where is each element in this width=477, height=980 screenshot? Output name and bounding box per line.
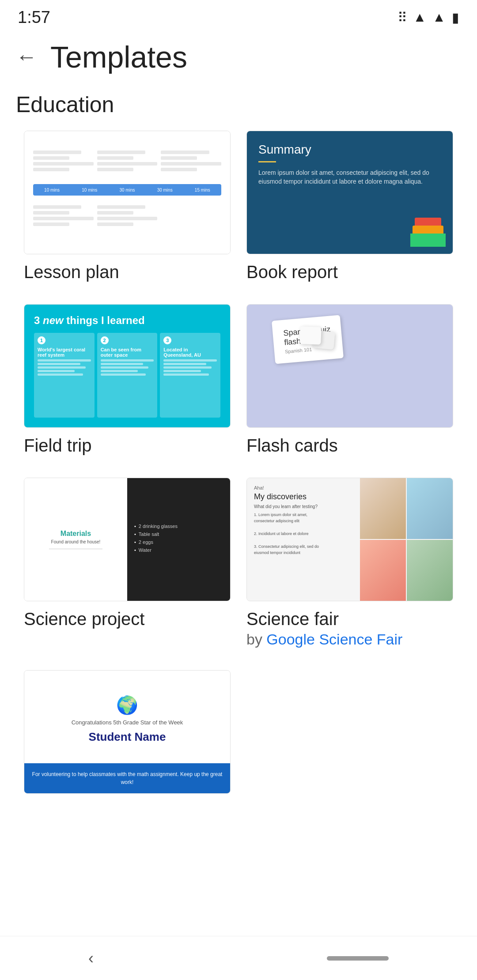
template-grid: 10 mins 10 mins 30 mins 30 mins 15 mins [0,131,477,824]
template-item-lesson-plan[interactable]: 10 mins 10 mins 30 mins 30 mins 15 mins [16,131,238,304]
nav-back-button[interactable]: ‹ [88,949,94,968]
back-button[interactable]: ← [16,46,37,68]
lesson-plan-label: Lesson plan [24,262,231,282]
wifi-icon: ▲ [413,10,427,25]
book-report-label: Book report [246,262,453,282]
flash-cards-label: Flash cards [246,436,453,456]
status-time: 1:57 [18,8,50,27]
page-title: Templates [50,40,187,74]
battery-icon: ▮ [452,10,459,25]
student-award-thumb: 🌍 Congratulations 5th Grade Star of the … [24,670,231,794]
lesson-plan-thumb: 10 mins 10 mins 30 mins 30 mins 15 mins [24,131,231,254]
science-fair-sublabel: by Google Science Fair [246,631,453,648]
book-report-thumb: Summary Lorem ipsum dolor sit amet, cons… [246,131,453,254]
top-bar: ← Templates [0,31,477,83]
flash-cards-thumb: Spanish Quizflash cards Spanish 101 [246,304,453,428]
bottom-nav: ‹ [0,936,477,980]
signal-icon: ▲ [432,10,446,25]
template-item-science-fair[interactable]: Aha! My discoveries What did you learn a… [238,478,461,670]
vibrate-icon: ⠿ [398,10,407,25]
field-trip-label: Field trip [24,436,231,456]
template-item-field-trip[interactable]: 3 new things I learned 1 World's largest… [16,304,238,478]
template-item-science-project[interactable]: Materials Found around the house! 2 drin… [16,478,238,670]
science-project-label: Science project [24,609,231,629]
status-icons: ⠿ ▲ ▲ ▮ [398,10,459,25]
science-project-thumb: Materials Found around the house! 2 drin… [24,478,231,601]
status-bar: 1:57 ⠿ ▲ ▲ ▮ [0,0,477,31]
section-education: Education [0,83,477,131]
template-item-flash-cards[interactable]: Spanish Quizflash cards Spanish 101 Flas… [238,304,461,478]
google-science-fair-link[interactable]: Google Science Fair [266,631,402,648]
template-item-student-award[interactable]: 🌍 Congratulations 5th Grade Star of the … [16,670,238,824]
template-item-book-report[interactable]: Summary Lorem ipsum dolor sit amet, cons… [238,131,461,304]
field-trip-thumb: 3 new things I learned 1 World's largest… [24,304,231,428]
globe-icon: 🌍 [116,695,138,716]
science-fair-thumb: Aha! My discoveries What did you learn a… [246,478,453,601]
home-pill[interactable] [327,956,389,961]
science-fair-label: Science fair [246,609,453,629]
